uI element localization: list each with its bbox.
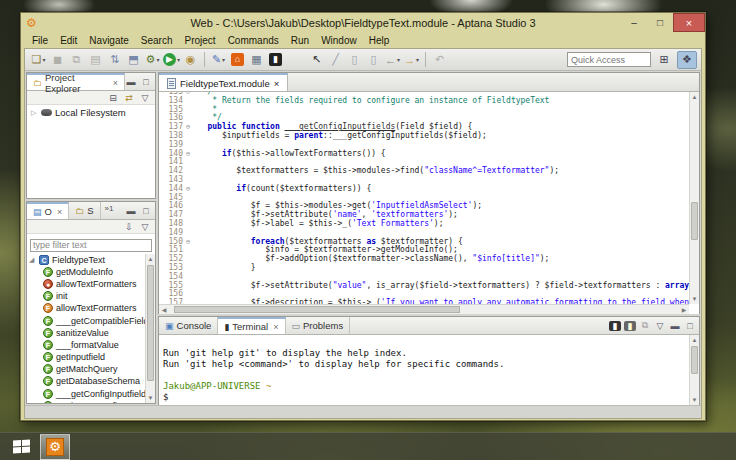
collapse-all-icon[interactable]: ⊟ (107, 93, 119, 103)
tab-problems[interactable]: ▭Problems (286, 317, 351, 334)
forward-icon[interactable]: →▾ (403, 51, 420, 68)
terminal-launch-icon[interactable]: ▮ (267, 51, 284, 68)
outline-method-row[interactable]: ●allowTextFormatters (27, 278, 155, 290)
outline-method-row[interactable]: F___importConfigData (27, 400, 155, 403)
dropdown-arrow-icon[interactable]: ▾ (416, 56, 419, 63)
new-wizard-icon[interactable]: ❏▾ (30, 51, 47, 68)
scroll-up-icon[interactable]: ▲ (690, 92, 699, 102)
format-icon[interactable]: ✎▾ (210, 51, 227, 68)
minimize-button[interactable]: – (621, 13, 647, 32)
outline-method-row[interactable]: F___getCompatibleFieldtypes (27, 314, 155, 326)
close-tab-icon[interactable]: × (113, 78, 118, 88)
back-icon[interactable]: ←▾ (384, 51, 401, 68)
quick-access-input[interactable] (567, 52, 651, 67)
tab-o[interactable]: ▤O× (27, 202, 69, 219)
scroll-down-icon[interactable]: ▼ (146, 393, 155, 403)
fold-marker-icon[interactable]: ⊖ (183, 150, 193, 159)
scroll-up-icon[interactable]: ▲ (690, 335, 699, 345)
outline-scrollbar[interactable]: ▲ ▼ (145, 254, 155, 403)
save-all-icon[interactable]: ⧉ (68, 51, 85, 68)
minimize-panel-icon[interactable]: ▬ (669, 321, 681, 331)
view-menu-icon[interactable]: ▽ (654, 321, 666, 331)
view-menu-icon[interactable]: ▽ (139, 93, 151, 103)
scroll-right-icon[interactable]: ▶ (679, 305, 689, 314)
scroll-left-icon[interactable]: ◀ (159, 305, 169, 314)
screenshot-icon[interactable]: ▦ (248, 51, 265, 68)
scroll-thumb[interactable] (174, 306, 460, 313)
bracket-prev-icon[interactable]: ▯ (346, 51, 363, 68)
outline-method-row[interactable]: F___getConfigInputfields (27, 388, 155, 400)
minimize-panel-icon[interactable]: ▬ (125, 77, 137, 87)
tab-console[interactable]: ▣Console (159, 317, 218, 334)
close-tab-icon[interactable]: × (57, 207, 62, 217)
terminal-output[interactable]: Run 'git help git' to display the help i… (159, 335, 699, 405)
aptana-home-icon[interactable]: ⌂ (229, 51, 246, 68)
external-tools-icon[interactable]: ⚙▾ (144, 51, 161, 68)
menu-project[interactable]: Project (180, 34, 221, 47)
menu-window[interactable]: Window (316, 34, 362, 47)
title-bar[interactable]: ⚙ Web - C:\Users\Jakub\Desktop\Fieldtype… (21, 13, 705, 33)
maximize-panel-icon[interactable]: □ (140, 206, 152, 216)
open-perspective-icon[interactable]: ⊞ (654, 51, 674, 69)
scroll-thumb[interactable] (147, 265, 154, 381)
fold-marker-icon[interactable]: ⊖ (183, 123, 193, 132)
tree-item-local-filesystem[interactable]: ▷ Local Filesystem (27, 105, 155, 120)
editor-horizontal-scrollbar[interactable]: ◀ ▶ (159, 304, 689, 314)
terminal-scrollbar[interactable]: ▲ ▼ (689, 335, 699, 405)
fold-marker-icon[interactable]: ⊖ (183, 238, 193, 247)
menu-edit[interactable]: Edit (55, 34, 82, 47)
save-icon[interactable]: ◼ (49, 51, 66, 68)
minimize-panel-icon[interactable]: ▬ (125, 206, 137, 216)
view-menu-icon[interactable]: ▽ (139, 222, 151, 232)
new-terminal-icon[interactable]: ▮ (609, 321, 621, 331)
tab-fieldtypetext-module[interactable]: FieldtypeText.module × (159, 73, 288, 91)
web-browser-icon[interactable]: ◉ (182, 51, 199, 68)
maximize-panel-icon[interactable]: □ (684, 321, 696, 331)
import-icon[interactable]: ⇅ (106, 51, 123, 68)
close-tab-icon[interactable]: × (274, 78, 280, 89)
bracket-next-icon[interactable]: ▯ (365, 51, 382, 68)
export-icon[interactable]: ⬒ (125, 51, 142, 68)
maximize-button[interactable]: □ (647, 13, 673, 32)
outline-method-row[interactable]: FgetMatchQuery (27, 363, 155, 375)
menu-run[interactable]: Run (286, 34, 314, 47)
fold-marker-icon[interactable]: ⊖ (183, 185, 193, 194)
close-tab-icon[interactable]: × (273, 322, 278, 332)
dropdown-arrow-icon[interactable]: ▾ (42, 56, 45, 63)
close-button[interactable]: × (673, 13, 705, 32)
print-icon[interactable]: ▤ (87, 51, 104, 68)
outline-method-row[interactable]: FgetInputfield (27, 351, 155, 363)
scroll-down-icon[interactable]: ▼ (690, 395, 699, 405)
code-editor[interactable]: 133⊖ /**134 * Return the fields required… (159, 92, 699, 314)
menu-file[interactable]: File (27, 34, 53, 47)
menu-commands[interactable]: Commands (223, 34, 284, 47)
tab-project-explorer[interactable]: 🗀 Project Explorer × (27, 73, 125, 90)
aptana-taskbar-button[interactable]: ⚙ (40, 434, 70, 460)
windows-start-button[interactable] (6, 434, 36, 460)
expander-icon[interactable]: ▷ (31, 109, 38, 117)
editor-vertical-scrollbar[interactable]: ▲ ▼ (689, 92, 699, 304)
select-tool-icon[interactable]: ↖ (308, 51, 325, 68)
dropdown-arrow-icon[interactable]: ▾ (397, 56, 400, 63)
outline-class-row[interactable]: ◢ C FieldtypeText (27, 254, 155, 266)
run-icon[interactable]: ▶▾ (163, 51, 180, 68)
dropdown-arrow-icon[interactable]: ▾ (156, 56, 159, 63)
dropdown-arrow-icon[interactable]: ▾ (177, 56, 180, 63)
scroll-thumb[interactable] (691, 202, 698, 240)
menu-help[interactable]: Help (364, 34, 395, 47)
connect-terminal-icon[interactable]: ▮ (624, 321, 636, 331)
last-edit-location-icon[interactable]: ↶ (431, 51, 448, 68)
outline-filter-input[interactable] (30, 239, 152, 252)
maximize-panel-icon[interactable]: □ (140, 77, 152, 87)
sort-icon[interactable]: ⇩ (123, 222, 135, 232)
menu-search[interactable]: Search (136, 34, 178, 47)
outline-method-row[interactable]: F___formatValue (27, 339, 155, 351)
draw-tool-icon[interactable]: ╱ (327, 51, 344, 68)
expander-icon[interactable]: ◢ (29, 256, 36, 264)
outline-method-row[interactable]: FallowTextFormatters (27, 302, 155, 314)
dropdown-arrow-icon[interactable]: ▾ (222, 56, 225, 63)
remove-console-icon[interactable]: ⧉ (639, 320, 651, 331)
menu-navigate[interactable]: Navigate (84, 34, 133, 47)
outline-method-row[interactable]: FgetModuleInfo (27, 266, 155, 278)
scroll-down-icon[interactable]: ▼ (690, 294, 699, 304)
